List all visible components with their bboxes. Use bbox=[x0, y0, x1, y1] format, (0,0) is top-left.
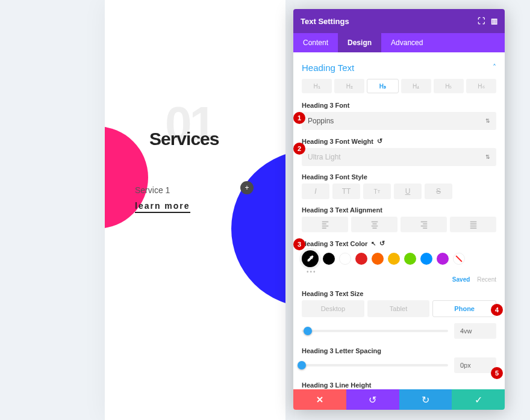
heading3-size-label: Heading 3 Text Size bbox=[302, 290, 496, 297]
text-settings-panel: Text Settings ⛶ ▥ Content Design Advance… bbox=[293, 9, 505, 410]
panel-title-bar: Text Settings ⛶ ▥ bbox=[293, 9, 505, 33]
panel-title: Text Settings bbox=[301, 17, 349, 26]
panel-body: Heading Text ˄ H₁ H₂ H₃ H₄ H₅ H₆ Heading… bbox=[293, 52, 505, 389]
heading3-color-label: Heading 3 Text Color bbox=[302, 240, 367, 247]
align-left-button[interactable] bbox=[302, 217, 348, 232]
callout-5: 5 bbox=[491, 367, 503, 379]
learn-more-link[interactable]: learn more bbox=[135, 201, 190, 213]
swatch-purple[interactable] bbox=[437, 253, 449, 265]
device-desktop[interactable]: Desktop bbox=[302, 300, 364, 317]
service-item-title: Service 1 bbox=[135, 185, 170, 195]
heading-tab-h4[interactable]: H₄ bbox=[401, 79, 431, 93]
heading3-weight-label: Heading 3 Font Weight bbox=[302, 138, 373, 145]
heading-tab-h5[interactable]: H₅ bbox=[434, 79, 464, 93]
heading3-line-row: Heading 3 Line Height 3em bbox=[302, 381, 496, 389]
size-value-input[interactable]: 4vw bbox=[454, 323, 496, 339]
phone-preview: 01 Services Service 1 learn more bbox=[105, 0, 285, 420]
heading3-style-label: Heading 3 Font Style bbox=[302, 173, 496, 181]
add-section-button[interactable]: + bbox=[240, 181, 254, 194]
callout-1: 1 bbox=[293, 112, 305, 124]
heading3-font-row: Heading 3 Font Poppins bbox=[302, 102, 496, 130]
align-center-button[interactable] bbox=[351, 217, 398, 232]
heading3-font-select[interactable]: Poppins bbox=[302, 112, 496, 130]
pointer-icon: ↖ bbox=[371, 240, 376, 247]
style-smallcaps-button[interactable]: TT bbox=[363, 184, 391, 199]
swatch-green[interactable] bbox=[404, 253, 416, 265]
swatch-none[interactable] bbox=[453, 253, 465, 265]
swatch-white[interactable] bbox=[339, 253, 351, 265]
heading3-font-label: Heading 3 Font bbox=[302, 102, 496, 109]
snap-icon[interactable]: ▥ bbox=[491, 17, 497, 25]
heading3-style-row: Heading 3 Font Style I TT TT U S bbox=[302, 173, 496, 199]
heading3-size-row: Heading 3 Text Size Desktop Tablet Phone… bbox=[302, 290, 496, 339]
chevron-up-icon: ˄ bbox=[493, 63, 496, 72]
swatch-yellow[interactable] bbox=[388, 253, 400, 265]
align-justify-button[interactable] bbox=[450, 217, 496, 232]
heading3-align-row: Heading 3 Text Alignment bbox=[302, 206, 496, 232]
align-right-button[interactable] bbox=[401, 217, 447, 232]
style-uppercase-button[interactable]: TT bbox=[332, 184, 360, 199]
heading3-letter-row: Heading 3 Letter Spacing 0px bbox=[302, 347, 496, 373]
decor-blue-circle bbox=[231, 150, 285, 307]
device-phone[interactable]: Phone bbox=[432, 300, 496, 317]
letter-value-input[interactable]: 0px bbox=[454, 357, 496, 373]
callout-2: 2 bbox=[293, 143, 305, 155]
redo-button[interactable]: ↻ bbox=[399, 389, 452, 410]
heading3-font-value: Poppins bbox=[308, 117, 334, 125]
heading3-line-label: Heading 3 Line Height bbox=[302, 381, 496, 389]
section-heading-label: Heading Text bbox=[302, 63, 354, 73]
expand-icon[interactable]: ⛶ bbox=[478, 17, 485, 25]
preview-pane: 01 Services Service 1 learn more + bbox=[0, 0, 295, 420]
reset-color-icon[interactable]: ↺ bbox=[379, 239, 385, 247]
heading3-weight-select[interactable]: Ultra Light bbox=[302, 148, 496, 166]
callout-4: 4 bbox=[491, 304, 503, 316]
reset-icon[interactable]: ↺ bbox=[377, 137, 382, 145]
tab-content[interactable]: Content bbox=[293, 33, 338, 52]
tab-advanced[interactable]: Advanced bbox=[381, 33, 432, 52]
tab-design[interactable]: Design bbox=[338, 33, 381, 52]
style-strike-button[interactable]: S bbox=[425, 184, 452, 199]
size-slider-thumb[interactable] bbox=[304, 327, 312, 335]
panel-tabs: Content Design Advanced bbox=[293, 33, 505, 52]
heading3-weight-value: Ultra Light bbox=[308, 153, 341, 161]
heading3-letter-label: Heading 3 Letter Spacing bbox=[302, 347, 496, 354]
recent-colors-tab[interactable]: Recent bbox=[477, 276, 496, 283]
panel-bottom-bar: ↺ ↻ ✓ bbox=[293, 389, 505, 410]
swatch-red[interactable] bbox=[355, 253, 367, 265]
style-italic-button[interactable]: I bbox=[302, 184, 329, 199]
letter-slider-thumb[interactable] bbox=[298, 361, 306, 369]
saved-colors-tab[interactable]: Saved bbox=[452, 276, 470, 283]
style-underline-button[interactable]: U bbox=[394, 184, 422, 199]
heading3-color-row: Heading 3 Text Color ↖ ↺ ••• Sav bbox=[302, 239, 496, 283]
letter-slider[interactable] bbox=[302, 364, 448, 366]
swatch-orange[interactable] bbox=[372, 253, 384, 265]
heading3-weight-row: Heading 3 Font Weight ↺ Ultra Light bbox=[302, 137, 496, 166]
device-tablet[interactable]: Tablet bbox=[367, 300, 430, 317]
section-heading-text[interactable]: Heading Text ˄ bbox=[302, 56, 496, 79]
decor-pink-circle bbox=[105, 126, 148, 229]
undo-button[interactable]: ↺ bbox=[346, 389, 399, 410]
swatch-black[interactable] bbox=[323, 253, 335, 265]
color-picker-button[interactable] bbox=[302, 250, 319, 267]
heading-level-tabs: H₁ H₂ H₃ H₄ H₅ H₆ bbox=[302, 79, 496, 93]
heading-tab-h6[interactable]: H₆ bbox=[466, 79, 496, 93]
save-button[interactable]: ✓ bbox=[452, 389, 505, 410]
swatch-blue[interactable] bbox=[420, 253, 432, 265]
heading-tab-h2[interactable]: H₂ bbox=[334, 79, 364, 93]
callout-3: 3 bbox=[293, 238, 305, 250]
size-slider[interactable] bbox=[302, 330, 448, 332]
cancel-button[interactable] bbox=[293, 389, 346, 410]
more-swatches-icon[interactable]: ••• bbox=[307, 268, 496, 275]
heading-tab-h3[interactable]: H₃ bbox=[367, 79, 398, 93]
services-heading: Services bbox=[149, 129, 219, 149]
heading-tab-h1[interactable]: H₁ bbox=[302, 79, 332, 93]
heading3-align-label: Heading 3 Text Alignment bbox=[302, 206, 496, 214]
